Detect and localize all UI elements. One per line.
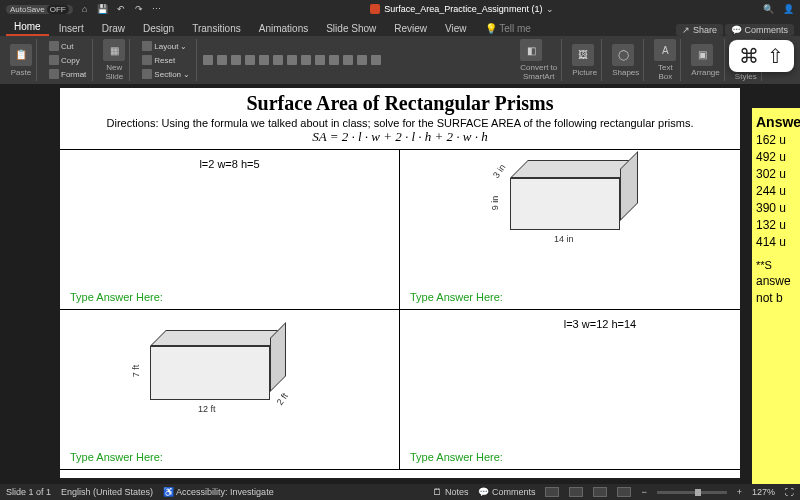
undo-icon[interactable]: ↶ [115,3,127,15]
answers-panel[interactable]: Answe 162 u 492 u 302 u 244 u 390 u 132 … [752,108,800,484]
params-4: l=3 w=12 h=14 [410,316,730,330]
tab-home[interactable]: Home [6,19,49,36]
problem-cell-4[interactable]: l=3 w=12 h=14 Type Answer Here: [400,310,740,470]
underline-icon[interactable] [231,55,241,65]
font-color-icon[interactable] [259,55,269,65]
tab-transitions[interactable]: Transitions [184,21,249,36]
save-icon[interactable]: 💾 [97,3,109,15]
answer-3[interactable]: Type Answer Here: [70,451,163,463]
new-slide-icon[interactable]: ▦ [103,39,125,61]
user-icon[interactable]: 👤 [782,3,794,15]
layout-button[interactable]: Layout ⌄ [140,40,189,52]
cut-button[interactable]: Cut [47,40,75,52]
zoom-in-icon[interactable]: + [737,487,742,497]
answer-1[interactable]: Type Answer Here: [70,291,163,303]
view-reading-icon[interactable] [593,487,607,497]
status-bar: Slide 1 of 1 English (United States) ♿ A… [0,484,800,500]
home-icon[interactable]: ⌂ [79,3,91,15]
align-left-icon[interactable] [315,55,325,65]
more-icon[interactable]: ⋯ [151,3,163,15]
numbering-icon[interactable] [301,55,311,65]
align-right-icon[interactable] [343,55,353,65]
strike-icon[interactable] [245,55,255,65]
dropdown-icon[interactable]: ⌄ [546,4,554,14]
paste-icon[interactable]: 📋 [10,44,32,66]
tab-draw[interactable]: Draw [94,21,133,36]
view-slideshow-icon[interactable] [617,487,631,497]
slide-title[interactable]: Surface Area of Rectangular Prisms [60,88,740,117]
tab-tellme[interactable]: 💡 Tell me [477,21,539,36]
language[interactable]: English (United States) [61,487,153,497]
copy-button[interactable]: Copy [47,54,82,66]
problem-cell-3[interactable]: 7 ft 2 ft 12 ft Type Answer Here: [60,310,400,470]
autosave-toggle[interactable]: AutoSave OFF [6,5,73,14]
notes-button[interactable]: 🗒 Notes [433,487,468,497]
zoom-slider[interactable] [657,491,727,494]
zoom-out-icon[interactable]: − [641,487,646,497]
slide-canvas[interactable]: Surface Area of Rectangular Prisms Direc… [0,84,800,484]
params-1: l=2 w=8 h=5 [70,156,389,170]
bullets-icon[interactable] [287,55,297,65]
highlight-icon[interactable] [273,55,283,65]
problem-grid: l=2 w=8 h=5 Type Answer Here: 3 in 9 in … [60,149,740,470]
view-normal-icon[interactable] [545,487,559,497]
tab-view[interactable]: View [437,21,475,36]
view-sorter-icon[interactable] [569,487,583,497]
line-spacing-icon[interactable] [357,55,367,65]
tab-insert[interactable]: Insert [51,21,92,36]
share-button[interactable]: ↗ Share [676,24,723,36]
shift-icon: ⇧ [767,44,784,68]
tab-slideshow[interactable]: Slide Show [318,21,384,36]
formula-text[interactable]: SA = 2 · l · w + 2 · l · h + 2 · w · h [60,129,740,149]
problem-cell-1[interactable]: l=2 w=8 h=5 Type Answer Here: [60,150,400,310]
title-bar: AutoSave OFF ⌂ 💾 ↶ ↷ ⋯ Surface_Area_Prac… [0,0,800,18]
redo-icon[interactable]: ↷ [133,3,145,15]
prism-2: 3 in 9 in 14 in [510,160,640,230]
shapes-icon[interactable]: ◯ [612,44,634,66]
convert-smartart-icon[interactable]: ◧ [520,39,542,61]
comments-button[interactable]: 💬 Comments [725,24,794,36]
tab-animations[interactable]: Animations [251,21,316,36]
fit-icon[interactable]: ⛶ [785,487,794,497]
answer-2[interactable]: Type Answer Here: [410,291,503,303]
command-icon: ⌘ [739,44,759,68]
reset-button[interactable]: Reset [140,54,177,66]
tab-review[interactable]: Review [386,21,435,36]
search-icon[interactable]: 🔍 [762,3,774,15]
ribbon-tabs: Home Insert Draw Design Transitions Anim… [0,18,800,36]
align-center-icon[interactable] [329,55,339,65]
comments-status-button[interactable]: 💬 Comments [478,487,535,497]
zoom-level[interactable]: 127% [752,487,775,497]
bold-icon[interactable] [203,55,213,65]
keyboard-overlay: ⌘ ⇧ [729,40,794,72]
accessibility[interactable]: ♿ Accessibility: Investigate [163,487,274,497]
ribbon: 📋 Paste Cut Copy Format ▦ New Slide Layo… [0,36,800,84]
text-direction-icon[interactable] [371,55,381,65]
slide[interactable]: Surface Area of Rectangular Prisms Direc… [60,88,740,478]
arrange-icon[interactable]: ▣ [691,44,713,66]
font-paragraph-group [203,39,510,81]
slide-count[interactable]: Slide 1 of 1 [6,487,51,497]
format-button[interactable]: Format [47,68,88,80]
problem-cell-2[interactable]: 3 in 9 in 14 in Type Answer Here: [400,150,740,310]
directions-text[interactable]: Directions: Using the formula we talked … [60,117,740,129]
document-title[interactable]: Surface_Area_Practice_Assignment (1) [384,4,542,14]
italic-icon[interactable] [217,55,227,65]
section-button[interactable]: Section ⌄ [140,68,192,80]
tab-design[interactable]: Design [135,21,182,36]
textbox-icon[interactable]: A [654,39,676,61]
answer-4[interactable]: Type Answer Here: [410,451,503,463]
picture-icon[interactable]: 🖼 [572,44,594,66]
powerpoint-icon [370,4,380,14]
prism-3: 7 ft 2 ft 12 ft [150,330,290,400]
